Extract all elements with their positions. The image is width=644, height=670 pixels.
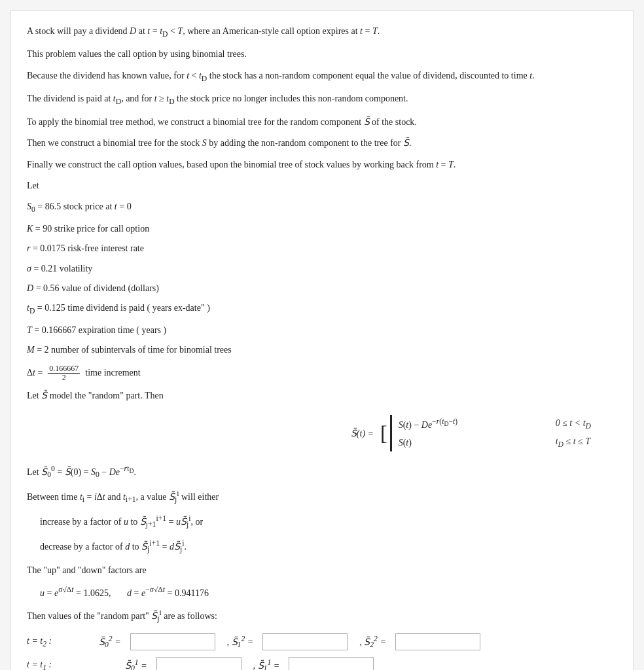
- para-5: To apply the binomial tree method, we co…: [27, 115, 617, 130]
- t2-s2-label: , S̃22 =: [359, 635, 386, 649]
- let-label: Let: [27, 179, 617, 193]
- u-d-formula-line: u = eσ√Δt = 1.0625, d = e−σ√Δt = 0.94117…: [40, 584, 617, 601]
- param-T: T = 0.166667 expiration time ( years ): [27, 323, 617, 338]
- left-bracket-icon: [: [380, 423, 387, 444]
- t2-row: t = t2 : S̃02 = , S̃12 = , S̃22 =: [27, 633, 617, 650]
- param-M: M = 2 number of subintervals of time for…: [27, 343, 617, 357]
- piecewise-row-2: S(t) tD ≤ t ≤ T: [399, 433, 591, 451]
- up-down-label: The "up" and "down" factors are: [27, 563, 617, 578]
- let-s0-line: Let S̃00 = S̃(0) = S0 − De−rtD.: [27, 463, 617, 482]
- para-3: Because the dividend has known value, fo…: [27, 69, 617, 85]
- t2-s2-input[interactable]: [395, 633, 480, 650]
- then-values-line: Then values of the "random part" S̃ji ar…: [27, 607, 617, 626]
- t2-label: t = t2 :: [27, 636, 79, 648]
- delta-t-denominator: 2: [61, 374, 67, 382]
- para-2: This problem values the call option by u…: [27, 47, 617, 62]
- delta-t-numerator: 0.166667: [48, 364, 80, 374]
- t2-s0-input[interactable]: [130, 633, 215, 650]
- t1-row: t = t1 : S̃01 = , S̃11 =: [27, 657, 617, 670]
- formula-lhs: S̃(t) =: [351, 428, 374, 439]
- piecewise-row-1: S(t) − De−r(tD−t) 0 ≤ t < tD: [399, 415, 591, 433]
- t1-s0-label: S̃01 =: [125, 658, 147, 670]
- param-r: r = 0.0175 risk-free interest rate: [27, 241, 617, 256]
- t2-s0-label: S̃02 =: [99, 635, 121, 649]
- t1-label: t = t1 :: [27, 660, 79, 670]
- main-page: A stock will pay a dividend D at t = tD …: [10, 10, 634, 670]
- delta-t-fraction: 0.166667 2: [48, 364, 80, 382]
- t1-s0-input[interactable]: [156, 657, 241, 670]
- para-4: The dividend is paid at tD, and for t ≥ …: [27, 92, 617, 108]
- between-line: Between time ti = iΔt and ti+1, a value …: [27, 488, 617, 506]
- param-sigma: σ = 0.21 volatility: [27, 262, 617, 276]
- t1-s1-label: , S̃11 =: [253, 658, 280, 670]
- para-6: Then we construct a binomial tree for th…: [27, 136, 617, 150]
- t2-s1-label: , S̃12 =: [227, 635, 254, 649]
- params-block: S0 = 86.5 stock price at t = 0 K = 90 st…: [27, 200, 617, 357]
- param-K: K = 90 strike price for call option: [27, 222, 617, 236]
- t2-s1-input[interactable]: [262, 633, 348, 650]
- increase-line: increase by a factor of u to S̃j+1i+1 = …: [40, 513, 617, 531]
- param-S0: S0 = 86.5 stock price at t = 0: [27, 200, 617, 216]
- piecewise-table: S(t) − De−r(tD−t) 0 ≤ t < tD S(t) tD ≤ t…: [390, 415, 591, 451]
- para-7: Finally we construct the call option val…: [27, 158, 617, 172]
- decrease-line: decrease by a factor of d to S̃ji+1 = dS…: [40, 538, 617, 556]
- delta-t-desc: time increment: [85, 366, 140, 380]
- formula-block: S̃(t) = [ S(t) − De−r(tD−t) 0 ≤ t < tD S…: [27, 415, 617, 451]
- delta-t-row: Δt = 0.166667 2 time increment: [27, 364, 617, 382]
- para-1: A stock will pay a dividend D at t = tD …: [27, 24, 617, 41]
- t1-s1-input[interactable]: [289, 657, 374, 670]
- param-D: D = 0.56 value of dividend (dollars): [27, 281, 617, 296]
- let-s-tilde: Let S̃ model the "random" part. Then: [27, 389, 617, 403]
- param-tD: tD = 0.125 time dividend is paid ( years…: [27, 301, 617, 317]
- delta-t-label: Δt =: [27, 366, 43, 380]
